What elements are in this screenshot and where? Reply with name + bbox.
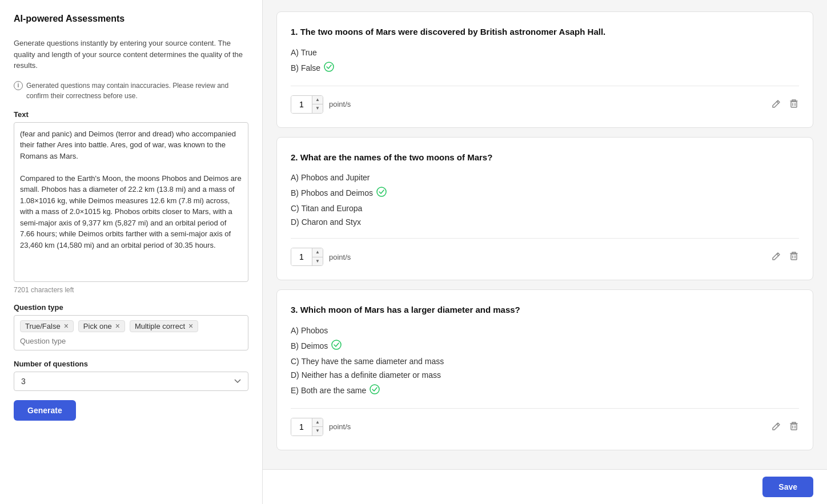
question-card-1: 1. The two moons of Mars were discovered… <box>276 11 813 128</box>
delete-icon-2[interactable] <box>789 251 799 263</box>
card-actions-2 <box>772 251 799 263</box>
points-down-3[interactable]: ▼ <box>312 427 323 436</box>
option-item-3-2: C) They have the same diameter and mass <box>291 357 799 366</box>
card-actions-3 <box>772 421 799 433</box>
tags-container[interactable]: True/False×Pick one×Multiple correct× <box>14 315 248 350</box>
points-row-1: ▲▼point/s <box>291 86 799 114</box>
svg-rect-10 <box>791 424 797 430</box>
option-item-2-3: D) Charon and Styx <box>291 217 799 227</box>
points-up-3[interactable]: ▲ <box>312 418 323 428</box>
option-item-3-0: A) Phobos <box>291 326 799 335</box>
points-row-2: ▲▼point/s <box>291 238 799 266</box>
edit-icon-1[interactable] <box>772 98 782 111</box>
info-icon: i <box>14 81 23 90</box>
option-item-1-0: A) True <box>291 48 799 57</box>
options-list-1: A) TrueB) False <box>291 48 799 74</box>
delete-icon-3[interactable] <box>789 421 799 433</box>
option-item-2-1: B) Phobos and Deimos <box>291 187 799 199</box>
svg-point-9 <box>370 385 379 394</box>
points-arrows-3: ▲▼ <box>312 418 323 436</box>
points-row-3: ▲▼point/s <box>291 408 799 436</box>
warning-text: Generated questions may contain inaccura… <box>26 80 248 101</box>
points-input-container-3: ▲▼ <box>291 418 323 436</box>
svg-point-8 <box>332 340 341 349</box>
option-item-3-3: D) Neither has a definite diameter or ma… <box>291 370 799 380</box>
option-item-1-1: B) False <box>291 62 799 74</box>
points-value-2[interactable] <box>291 248 312 265</box>
svg-point-4 <box>377 187 386 196</box>
num-questions-section: Number of questions 12345678910 <box>14 360 248 391</box>
svg-rect-1 <box>791 102 797 107</box>
edit-icon-3[interactable] <box>772 421 782 433</box>
points-value-3[interactable] <box>291 418 312 436</box>
edit-icon-2[interactable] <box>772 251 782 263</box>
question-type-input[interactable] <box>20 337 242 345</box>
option-item-3-4: E) Both are the same <box>291 384 799 397</box>
points-arrows-2: ▲▼ <box>312 248 323 265</box>
option-item-2-2: C) Titan and Europa <box>291 204 799 213</box>
app-title: AI-powered Assessments <box>14 14 248 24</box>
card-actions-1 <box>772 98 799 111</box>
save-button[interactable]: Save <box>762 477 813 497</box>
correct-icon-3-1 <box>331 340 342 352</box>
question-type-section: Question type True/False×Pick one×Multip… <box>14 303 248 350</box>
source-text-input[interactable] <box>14 122 248 282</box>
left-panel: AI-powered Assessments Generate question… <box>0 0 263 504</box>
points-label-3: point/s <box>329 422 351 431</box>
option-item-2-0: A) Phobos and Jupiter <box>291 173 799 182</box>
delete-icon-1[interactable] <box>789 98 799 111</box>
question-type-tag-pick-one: Pick one× <box>78 320 125 332</box>
question-text-3: 3. Which moon of Mars has a larger diame… <box>291 304 799 317</box>
tag-remove-multiple-correct[interactable]: × <box>188 322 193 330</box>
warning-box: i Generated questions may contain inaccu… <box>14 80 248 101</box>
generate-button[interactable]: Generate <box>14 400 76 421</box>
question-type-tag-multiple-correct: Multiple correct× <box>130 320 198 332</box>
points-label-2: point/s <box>329 253 351 261</box>
option-item-3-1: B) Deimos <box>291 340 799 352</box>
right-wrapper: 1. The two moons of Mars were discovered… <box>263 0 827 504</box>
svg-rect-5 <box>791 254 797 260</box>
question-text-1: 1. The two moons of Mars were discovered… <box>291 26 799 39</box>
options-list-2: A) Phobos and JupiterB) Phobos and Deimo… <box>291 173 799 227</box>
points-arrows-1: ▲▼ <box>312 96 323 113</box>
points-up-1[interactable]: ▲ <box>312 96 323 105</box>
question-card-3: 3. Which moon of Mars has a larger diame… <box>276 289 813 450</box>
correct-icon-2-1 <box>376 187 387 199</box>
points-value-1[interactable] <box>291 96 312 113</box>
char-count: 7201 characters left <box>14 286 248 294</box>
text-field-section: Text 7201 characters left <box>14 110 248 294</box>
save-bar: Save <box>263 469 827 504</box>
tag-remove-true-false[interactable]: × <box>64 322 69 330</box>
svg-point-0 <box>324 62 334 71</box>
tag-remove-pick-one[interactable]: × <box>115 322 120 330</box>
num-questions-select[interactable]: 12345678910 <box>14 372 248 391</box>
right-panel: 1. The two moons of Mars were discovered… <box>263 0 827 469</box>
points-up-2[interactable]: ▲ <box>312 248 323 257</box>
num-questions-label: Number of questions <box>14 360 248 368</box>
correct-icon-3-4 <box>370 384 380 397</box>
points-label-1: point/s <box>329 100 351 108</box>
points-input-container-2: ▲▼ <box>291 248 323 266</box>
correct-icon-1-1 <box>324 62 334 74</box>
points-input-container-1: ▲▼ <box>291 95 323 114</box>
question-text-2: 2. What are the names of the two moons o… <box>291 151 799 164</box>
description-text: Generate questions instantly by entering… <box>14 38 248 71</box>
options-list-3: A) PhobosB) DeimosC) They have the same … <box>291 326 799 397</box>
points-down-1[interactable]: ▼ <box>312 104 323 113</box>
question-card-2: 2. What are the names of the two moons o… <box>276 137 813 281</box>
points-down-2[interactable]: ▼ <box>312 257 323 266</box>
text-label: Text <box>14 110 248 119</box>
question-type-tag-true-false: True/False× <box>20 320 74 332</box>
question-type-label: Question type <box>14 303 248 312</box>
